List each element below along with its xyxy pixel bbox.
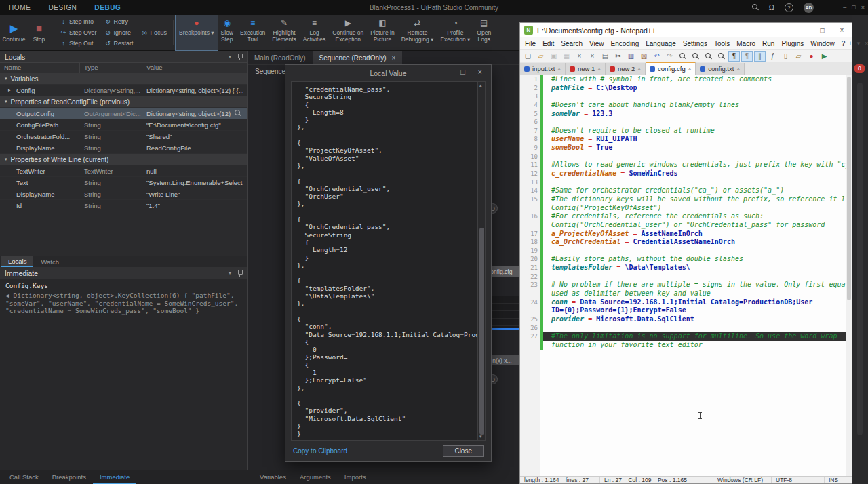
menu-plugins[interactable]: Plugins bbox=[778, 40, 807, 47]
scrollbar[interactable]: ▴ ▾ bbox=[477, 82, 485, 440]
open-logs-button[interactable]: ▤OpenLogs bbox=[473, 15, 494, 50]
function-list-button[interactable]: ƒ bbox=[767, 51, 778, 62]
panel-tab-immediate[interactable]: Immediate bbox=[93, 470, 136, 484]
retry-button[interactable]: ↻Retry bbox=[103, 17, 136, 26]
slow-step-button[interactable]: ◉SlowStep bbox=[218, 15, 237, 50]
dialog-titlebar[interactable]: Local Value □ × bbox=[285, 65, 491, 81]
zoom-out-button[interactable] bbox=[715, 51, 727, 62]
find-button[interactable] bbox=[677, 51, 688, 62]
close-file-button[interactable]: × bbox=[574, 51, 585, 62]
immediate-console[interactable]: Config.Keys ◀ Dictionary<string, object>… bbox=[0, 279, 247, 470]
close-all-button[interactable]: × bbox=[587, 51, 598, 62]
file-tab-new-1[interactable]: new 1× bbox=[566, 63, 606, 75]
menu-help[interactable]: ? bbox=[838, 40, 849, 47]
file-tab-new-2[interactable]: new 2× bbox=[606, 63, 646, 75]
locals-group-row[interactable]: ▾Variables bbox=[0, 73, 247, 85]
tab-close-icon[interactable]: × bbox=[865, 40, 868, 47]
locals-row[interactable]: TextString"System.Linq.Enumerable+Select… bbox=[0, 177, 247, 188]
menu-tools[interactable]: Tools bbox=[711, 40, 733, 47]
menu-file[interactable]: File bbox=[521, 40, 539, 47]
file-tab-input-txt[interactable]: input.txt× bbox=[520, 63, 566, 75]
breakpoints-button[interactable]: ●Breakpoints ▾ bbox=[176, 15, 218, 50]
scrollbar-thumb[interactable] bbox=[479, 228, 484, 435]
cut-button[interactable]: ✂ bbox=[612, 51, 624, 62]
locals-group-row[interactable]: ▾Properties of Write Line (current) bbox=[0, 154, 247, 165]
close-icon[interactable]: × bbox=[637, 66, 641, 72]
menu-settings[interactable]: Settings bbox=[679, 40, 711, 47]
play-macro-button[interactable]: ▶ bbox=[818, 51, 830, 62]
menu-window[interactable]: Window bbox=[807, 40, 838, 47]
scroll-down-icon[interactable]: ▾ bbox=[479, 434, 482, 439]
close-icon[interactable]: × bbox=[736, 66, 740, 72]
maximize-icon[interactable]: □ bbox=[852, 4, 855, 11]
locals-row[interactable]: OutputConfigOutArgument<Dic...Dictionary… bbox=[0, 108, 247, 119]
locals-row[interactable]: DisplayNameStringReadConfigFile bbox=[0, 142, 247, 154]
avatar[interactable]: AD bbox=[804, 3, 814, 13]
locals-row[interactable]: IdString"1.4" bbox=[0, 200, 247, 211]
chevron-down-icon[interactable]: ▾ bbox=[229, 270, 231, 276]
panel-tab-imports[interactable]: Imports bbox=[338, 470, 373, 484]
save-all-button[interactable]: ▦ bbox=[561, 51, 572, 62]
ribbon-tab-home[interactable]: HOME bbox=[0, 0, 39, 15]
replace-button[interactable] bbox=[690, 51, 701, 62]
save-button[interactable]: ▣ bbox=[548, 51, 559, 62]
record-macro-button[interactable]: ● bbox=[806, 51, 817, 62]
step-out-button[interactable]: ↑Step Out bbox=[58, 39, 99, 48]
locals-row[interactable]: ConfigFilePathString"E:\Documents\config… bbox=[0, 119, 247, 131]
new-file-button[interactable]: ▢ bbox=[522, 51, 534, 62]
pin-icon[interactable] bbox=[237, 270, 242, 277]
text-editor[interactable]: 1#Lines with # symbol in front, are trea… bbox=[520, 75, 852, 476]
copy-to-clipboard-link[interactable]: Copy to Clipboard bbox=[293, 447, 347, 455]
scrollbar-thumb[interactable] bbox=[847, 77, 851, 300]
step-over-button[interactable]: ↷Step Over bbox=[58, 28, 99, 37]
ribbon-tab-design[interactable]: DESIGN bbox=[39, 0, 85, 15]
locals-group-row[interactable]: ▾Properties of ReadConfigFile (previous) bbox=[0, 96, 247, 108]
minimize-icon[interactable]: – bbox=[793, 23, 812, 37]
close-icon[interactable]: × bbox=[832, 23, 852, 37]
notepad-titlebar[interactable]: N E:\Documents\config.cfg - Notepad++ –□… bbox=[520, 23, 852, 37]
highlight-elements-button[interactable]: ✎HighlightElements bbox=[269, 15, 299, 50]
panel-tab-variables[interactable]: Variables bbox=[253, 470, 293, 484]
panel-tab-breakpoints[interactable]: Breakpoints bbox=[45, 470, 93, 484]
close-icon[interactable]: × bbox=[392, 54, 396, 62]
locals-row[interactable]: DisplayNameString"Write Line" bbox=[0, 188, 247, 200]
pin-icon[interactable] bbox=[237, 54, 242, 60]
close-icon[interactable]: × bbox=[861, 4, 865, 11]
close-icon[interactable]: × bbox=[597, 66, 601, 72]
log-activities-button[interactable]: ≡LogActivities bbox=[300, 15, 330, 50]
stop-button[interactable]: ■Stop bbox=[26, 15, 52, 50]
menu-edit[interactable]: Edit bbox=[539, 40, 557, 47]
local-value-text[interactable]: "credentialName_pass", SecureString { Le… bbox=[292, 82, 485, 441]
show-all-chars-button[interactable]: ¶ bbox=[741, 51, 753, 62]
chevron-down-icon[interactable]: ▾ bbox=[229, 54, 231, 60]
locals-row[interactable]: ▸ConfigDictionary<String,...Dictionary<s… bbox=[0, 85, 247, 96]
menu-search[interactable]: Search bbox=[557, 40, 586, 47]
close-icon[interactable]: × bbox=[478, 68, 482, 76]
scrollbar[interactable] bbox=[857, 83, 863, 435]
menu-macro[interactable]: Macro bbox=[733, 40, 759, 47]
restart-button[interactable]: ↺Restart bbox=[103, 39, 136, 48]
continue-button[interactable]: ▶Continue bbox=[1, 15, 26, 50]
copy-button[interactable]: ▥ bbox=[625, 51, 637, 62]
undo-button[interactable]: ↶ bbox=[651, 51, 663, 62]
maximize-icon[interactable]: □ bbox=[812, 23, 832, 37]
scrollbar[interactable] bbox=[846, 75, 852, 476]
word-wrap-button[interactable]: ¶ bbox=[728, 51, 740, 62]
zoom-in-button[interactable] bbox=[703, 51, 714, 62]
print-button[interactable]: ▤ bbox=[599, 51, 611, 62]
continue-on-exception-button[interactable]: ▶Continue onException bbox=[329, 15, 367, 50]
doc-tab-sequence-readonly[interactable]: Sequence (ReadOnly)× bbox=[313, 51, 403, 64]
tab-watch[interactable]: Watch bbox=[34, 256, 66, 267]
open-file-button[interactable]: ▱ bbox=[535, 51, 547, 62]
minimize-icon[interactable]: – bbox=[843, 4, 846, 11]
panel-tab-call-stack[interactable]: Call Stack bbox=[3, 470, 45, 484]
breadcrumb-item[interactable]: Sequence bbox=[255, 68, 285, 75]
remote-debugging-button[interactable]: ⇄RemoteDebugging ▾ bbox=[398, 15, 437, 50]
tab-list-icon[interactable]: ▾ bbox=[857, 40, 861, 47]
ribbon-tab-debug[interactable]: DEBUG bbox=[85, 0, 130, 15]
menu-encoding[interactable]: Encoding bbox=[608, 40, 643, 47]
panel-tab-arguments[interactable]: Arguments bbox=[293, 470, 338, 484]
tab-locals[interactable]: Locals bbox=[1, 256, 33, 267]
doc-tab-main-readonly[interactable]: Main (ReadOnly) bbox=[248, 51, 313, 64]
scroll-up-icon[interactable]: ▴ bbox=[479, 83, 482, 88]
